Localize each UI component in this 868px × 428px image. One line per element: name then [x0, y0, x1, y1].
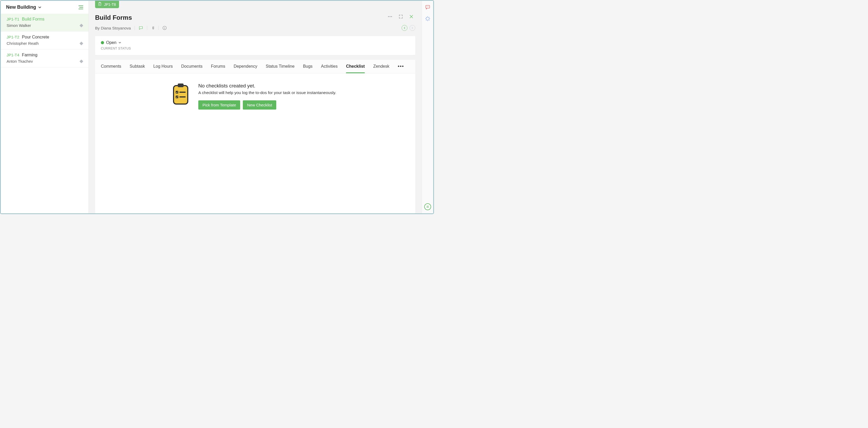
- svg-point-2: [388, 16, 389, 17]
- checklist-empty-icon: [172, 83, 190, 110]
- svg-point-17: [428, 7, 429, 7]
- project-selector[interactable]: New Building: [6, 4, 41, 10]
- svg-rect-11: [179, 92, 186, 93]
- tab-bugs[interactable]: Bugs: [303, 60, 312, 73]
- task-id: JP1-T1: [7, 17, 19, 21]
- svg-point-3: [390, 16, 390, 17]
- attachment-icon[interactable]: [151, 26, 155, 30]
- info-icon[interactable]: [162, 26, 167, 30]
- task-item[interactable]: JP1-T2 Pour Concrete Christopher Reath: [1, 32, 89, 50]
- prev-button[interactable]: [402, 25, 407, 31]
- svg-point-4: [391, 16, 392, 17]
- priority-icon: [80, 41, 83, 45]
- new-checklist-button[interactable]: New Checklist: [243, 100, 276, 110]
- chat-icon[interactable]: [425, 4, 430, 11]
- priority-icon: [80, 59, 83, 63]
- main-content: JP1-T8 Build Forms By Diana Stoyanova: [89, 1, 422, 213]
- header-row: Build Forms: [95, 14, 415, 21]
- task-title: Pour Concrete: [22, 35, 49, 39]
- svg-point-16: [427, 7, 428, 7]
- tabs-more-icon[interactable]: [398, 66, 403, 67]
- tabs-bar: Comments Subtask Log Hours Documents For…: [95, 60, 415, 73]
- task-badge-id: JP1-T8: [104, 2, 116, 7]
- tab-comments[interactable]: Comments: [101, 60, 121, 73]
- empty-heading: No checklists created yet.: [198, 83, 336, 89]
- task-list: JP1-T1 Build Forms Simon Walker JP1-T2 P…: [1, 14, 89, 67]
- right-rail: [422, 1, 433, 213]
- svg-rect-7: [174, 86, 188, 104]
- divider: [147, 26, 147, 30]
- task-badge[interactable]: JP1-T8: [95, 1, 119, 8]
- tab-checklist[interactable]: Checklist: [346, 60, 365, 73]
- more-options-icon[interactable]: [388, 14, 393, 19]
- pick-from-template-button[interactable]: Pick from Template: [198, 100, 240, 110]
- next-button[interactable]: [409, 25, 415, 31]
- expand-icon[interactable]: [398, 14, 403, 19]
- status-label: CURRENT STATUS: [101, 47, 409, 50]
- priority-icon: [80, 24, 83, 27]
- divider: [134, 26, 135, 30]
- meta-row: By Diana Stoyanova: [95, 25, 415, 31]
- chevron-down-icon: [38, 6, 41, 9]
- task-assignee: Christopher Reath: [7, 41, 39, 45]
- svg-point-6: [164, 27, 165, 27]
- help-fab[interactable]: [424, 203, 431, 210]
- task-id: JP1-T4: [7, 53, 19, 57]
- tab-dependency[interactable]: Dependency: [234, 60, 257, 73]
- task-item[interactable]: JP1-T4 Farming Anton Tkachev: [1, 50, 89, 67]
- task-id: JP1-T2: [7, 35, 19, 39]
- chevron-down-icon: [119, 40, 121, 45]
- sidebar-toggle-icon[interactable]: [79, 5, 83, 9]
- nav-arrows: [402, 25, 415, 31]
- tabs-card: Comments Subtask Log Hours Documents For…: [95, 60, 415, 213]
- task-author: By Diana Stoyanova: [95, 26, 131, 30]
- status-dropdown[interactable]: Open: [101, 40, 409, 45]
- project-title: New Building: [6, 4, 36, 10]
- tab-zendesk[interactable]: Zendesk: [373, 60, 389, 73]
- task-title: Farming: [22, 53, 37, 57]
- tab-log-hours[interactable]: Log Hours: [153, 60, 173, 73]
- page-title: Build Forms: [95, 14, 132, 21]
- empty-description: A checklist will help you log the to-dos…: [198, 90, 336, 95]
- comment-icon[interactable]: [138, 26, 143, 30]
- tab-activities[interactable]: Activities: [321, 60, 338, 73]
- task-assignee: Simon Walker: [7, 23, 31, 28]
- status-value: Open: [106, 40, 116, 45]
- status-dot-icon: [101, 41, 104, 44]
- task-title: Build Forms: [22, 17, 44, 22]
- task-assignee: Anton Tkachev: [7, 59, 33, 63]
- tab-subtask[interactable]: Subtask: [130, 60, 145, 73]
- status-card: Open CURRENT STATUS: [95, 36, 415, 55]
- empty-state: No checklists created yet. A checklist w…: [95, 73, 415, 110]
- sidebar: New Building JP1-T1 Build Forms Simon Wa…: [1, 1, 89, 213]
- tab-status-timeline[interactable]: Status Timeline: [266, 60, 294, 73]
- empty-text: No checklists created yet. A checklist w…: [198, 83, 336, 110]
- svg-rect-13: [179, 96, 186, 97]
- extensions-icon[interactable]: [425, 16, 430, 22]
- task-item[interactable]: JP1-T1 Build Forms Simon Walker: [1, 14, 89, 32]
- tab-forums[interactable]: Forums: [211, 60, 225, 73]
- close-icon[interactable]: [409, 14, 414, 19]
- sidebar-header: New Building: [1, 1, 89, 14]
- svg-point-9: [180, 84, 181, 85]
- header-actions: [388, 14, 415, 19]
- clipboard-check-icon: [98, 2, 102, 7]
- tab-documents[interactable]: Documents: [181, 60, 203, 73]
- svg-point-15: [426, 7, 427, 7]
